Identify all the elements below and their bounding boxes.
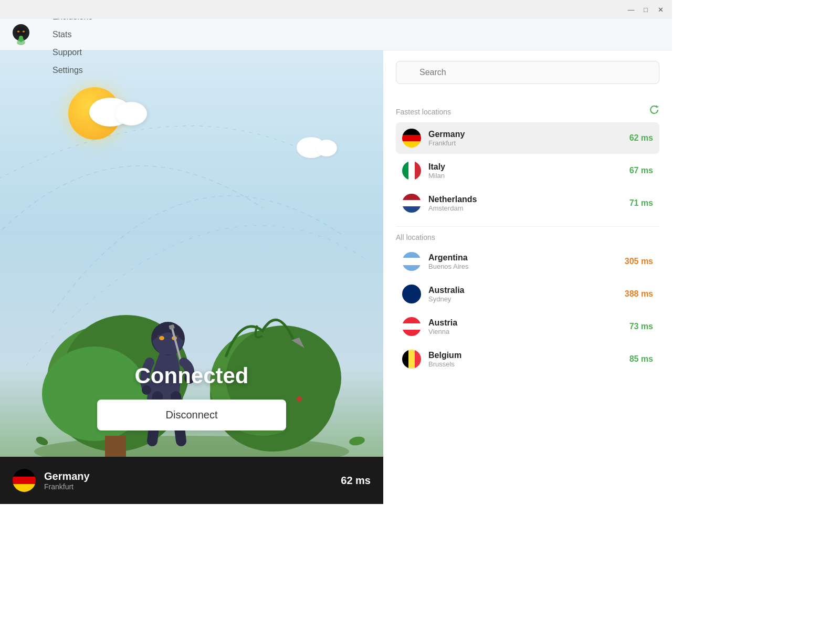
refresh-icon[interactable] [649,105,659,118]
nav-item-support[interactable]: Support [42,44,103,61]
status-flag-icon [13,469,36,492]
location-info: NetherlandsAmsterdam [428,195,622,212]
nav-item-settings[interactable]: Settings [42,61,103,79]
location-info: BelgiumBrussels [428,351,622,368]
location-item[interactable]: AustriaVienna73 ms [396,311,659,342]
svg-point-28 [35,435,49,447]
location-item[interactable]: NetherlandsAmsterdam71 ms [396,187,659,219]
location-info: ArgentinaBuenos Aires [428,253,617,270]
location-latency: 67 ms [629,166,653,175]
main-layout: Connected Disconnect Germany Frankfurt 6… [0,50,672,504]
location-latency: 71 ms [629,198,653,208]
location-latency: 388 ms [625,289,653,299]
location-info: ItalyMilan [428,162,622,180]
location-name: Austria [428,318,622,328]
location-name: Germany [428,130,622,139]
location-city: Milan [428,172,622,180]
location-item[interactable]: ItalyMilan67 ms [396,155,659,186]
flag-at-icon [402,317,421,336]
status-bar: Germany Frankfurt 62 ms [0,457,383,504]
location-item[interactable]: BelgiumBrussels85 ms [396,343,659,375]
nav-bar: HomeExclusionsStatsSupportSettings [0,19,672,50]
maximize-button[interactable]: □ [638,2,653,17]
location-name: Belgium [428,351,622,360]
location-name: Italy [428,162,622,172]
location-item[interactable]: GermanyFrankfurt62 ms [396,122,659,154]
flag-au-icon [402,285,421,303]
location-latency: 85 ms [629,354,653,364]
svg-point-7 [19,36,23,40]
location-info: GermanyFrankfurt [428,130,622,147]
status-info: Germany Frankfurt [44,470,332,491]
nav-item-stats[interactable]: Stats [42,26,103,44]
location-city: Vienna [428,328,622,335]
location-city: Amsterdam [428,204,622,212]
location-latency: 305 ms [625,257,653,266]
search-wrapper [396,61,659,94]
svg-point-19 [159,336,164,340]
status-country: Germany [44,470,332,482]
svg-point-31 [297,396,302,402]
svg-point-4 [17,30,19,32]
cloud-icon [84,92,152,124]
left-panel: Connected Disconnect Germany Frankfurt 6… [0,50,383,504]
flag-de-icon [402,129,421,148]
location-item[interactable]: AustraliaSydney388 ms [396,278,659,310]
minimize-button[interactable]: — [624,2,638,17]
status-city: Frankfurt [44,482,332,491]
flag-nl-icon [402,194,421,213]
flag-it-icon [402,161,421,180]
location-name: Argentina [428,253,617,262]
connected-status: Connected [134,363,248,388]
divider [396,226,659,227]
fastest-locations-list: GermanyFrankfurt62 msItalyMilan67 msNeth… [396,122,659,220]
location-info: AustriaVienna [428,318,622,335]
title-bar: — □ ✕ [0,0,672,19]
location-name: Netherlands [428,195,622,204]
location-latency: 62 ms [629,133,653,143]
disconnect-button[interactable]: Disconnect [97,400,286,430]
cloud2-icon [294,134,341,158]
all-locations-list: ArgentinaBuenos Aires305 msAustraliaSydn… [396,246,659,376]
location-city: Frankfurt [428,139,622,147]
all-locations-label: All locations [396,233,659,242]
close-button[interactable]: ✕ [653,2,668,17]
svg-point-27 [349,436,365,447]
location-city: Buenos Aires [428,262,617,270]
app-logo [8,22,34,47]
location-city: Sydney [428,295,617,303]
all-locations-title: All locations [396,233,435,242]
location-item[interactable]: ArgentinaBuenos Aires305 ms [396,246,659,277]
location-city: Brussels [428,360,622,368]
flag-be-icon [402,350,421,369]
status-latency: 62 ms [341,475,371,487]
search-input[interactable] [396,61,659,84]
right-panel: Fastest locations GermanyFrankfurt62 msI… [383,50,672,504]
svg-rect-13 [105,436,126,457]
flag-ar-icon [402,252,421,271]
location-name: Australia [428,286,617,295]
fastest-locations-label: Fastest locations [396,105,659,118]
fastest-locations-title: Fastest locations [396,108,451,116]
location-latency: 73 ms [629,322,653,331]
location-info: AustraliaSydney [428,286,617,303]
svg-point-5 [23,30,25,32]
